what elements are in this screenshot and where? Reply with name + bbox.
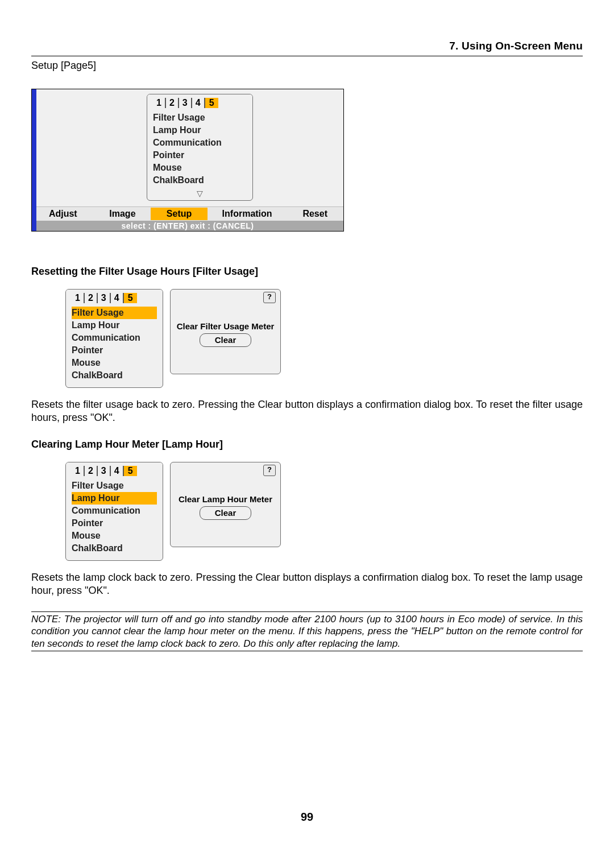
- right-panel-lamp: ? Clear Lamp Hour Meter Clear: [170, 462, 281, 547]
- left-panel: 1 2 3 4 5 Filter Usage Lamp Hour Communi…: [65, 289, 163, 388]
- nav-setup[interactable]: Setup: [151, 208, 208, 220]
- help-icon[interactable]: ?: [263, 292, 276, 303]
- menu-item-filter-usage[interactable]: Filter Usage: [153, 111, 247, 124]
- page-tab-5[interactable]: 5: [124, 293, 137, 303]
- page-tab-2[interactable]: 2: [85, 466, 98, 476]
- setup-menu-figure: 1 2 3 4 5 Filter Usage Lamp Hour Communi…: [31, 89, 344, 232]
- page-tab-5[interactable]: 5: [124, 466, 137, 476]
- nav-image[interactable]: Image: [94, 208, 151, 220]
- page-tab-3[interactable]: 3: [98, 466, 111, 476]
- section-heading-filter: Resetting the Filter Usage Hours [Filter…: [31, 266, 583, 278]
- filter-usage-figure: 1 2 3 4 5 Filter Usage Lamp Hour Communi…: [65, 289, 583, 388]
- lamp-hour-figure: 1 2 3 4 5 Filter Usage Lamp Hour Communi…: [65, 462, 583, 561]
- menu-item-chalkboard[interactable]: ChalkBoard: [72, 542, 157, 555]
- chapter-title: 7. Using On-Screen Menu: [31, 40, 583, 52]
- page-tab-4[interactable]: 4: [111, 293, 124, 303]
- page-tab-2[interactable]: 2: [85, 293, 98, 303]
- page-tabs: 1 2 3 4 5: [147, 94, 252, 109]
- menu-item-pointer[interactable]: Pointer: [72, 517, 157, 530]
- clear-filter-label: Clear Filter Usage Meter: [175, 321, 276, 331]
- menu-item-filter-usage[interactable]: Filter Usage: [72, 480, 157, 492]
- page-number: 99: [31, 811, 583, 824]
- setup-page-label: Setup [Page5]: [31, 60, 583, 72]
- blue-sidebar-accent: [32, 89, 36, 231]
- page-tab-1[interactable]: 1: [72, 293, 85, 303]
- scroll-down-icon[interactable]: ▽: [147, 189, 252, 200]
- section-heading-lamp: Clearing Lamp Hour Meter [Lamp Hour]: [31, 439, 583, 450]
- filter-body-text: Resets the filter usage back to zero. Pr…: [31, 398, 583, 424]
- menu-item-pointer[interactable]: Pointer: [153, 149, 247, 162]
- nav-reset[interactable]: Reset: [287, 208, 343, 220]
- bottom-nav: Adjust Image Setup Information Reset: [32, 206, 343, 221]
- clear-lamp-button[interactable]: Clear: [200, 506, 252, 520]
- menu-item-mouse[interactable]: Mouse: [72, 357, 157, 369]
- nav-information[interactable]: Information: [208, 208, 287, 220]
- right-panel-filter: ? Clear Filter Usage Meter Clear: [170, 289, 281, 374]
- page-tab-4[interactable]: 4: [192, 98, 205, 108]
- menu-item-lamp-hour[interactable]: Lamp Hour: [72, 492, 157, 505]
- footer-hint: select : (ENTER) exit : (CANCEL): [32, 221, 343, 231]
- left-panel-lamp: 1 2 3 4 5 Filter Usage Lamp Hour Communi…: [65, 462, 163, 561]
- clear-lamp-label: Clear Lamp Hour Meter: [175, 494, 276, 504]
- menu-item-filter-usage[interactable]: Filter Usage: [72, 307, 157, 319]
- menu-item-lamp-hour[interactable]: Lamp Hour: [153, 124, 247, 137]
- menu-item-pointer[interactable]: Pointer: [72, 344, 157, 357]
- page-tab-2[interactable]: 2: [166, 98, 179, 108]
- lamp-body-text: Resets the lamp clock back to zero. Pres…: [31, 571, 583, 597]
- menu-item-communication[interactable]: Communication: [72, 505, 157, 517]
- clear-filter-button[interactable]: Clear: [200, 333, 252, 347]
- page-tab-5[interactable]: 5: [205, 98, 218, 108]
- note-text: NOTE: The projector will turn off and go…: [31, 613, 583, 650]
- menu-item-mouse[interactable]: Mouse: [72, 530, 157, 542]
- menu-item-chalkboard[interactable]: ChalkBoard: [72, 369, 157, 382]
- menu-item-mouse[interactable]: Mouse: [153, 162, 247, 174]
- setup-panel: 1 2 3 4 5 Filter Usage Lamp Hour Communi…: [147, 94, 253, 201]
- menu-item-lamp-hour[interactable]: Lamp Hour: [72, 319, 157, 332]
- page-tab-1[interactable]: 1: [153, 98, 166, 108]
- help-icon[interactable]: ?: [263, 465, 276, 476]
- menu-item-communication[interactable]: Communication: [72, 332, 157, 344]
- page-tab-1[interactable]: 1: [72, 466, 85, 476]
- menu-item-chalkboard[interactable]: ChalkBoard: [153, 174, 247, 187]
- page-tab-3[interactable]: 3: [98, 293, 111, 303]
- menu-items: Filter Usage Lamp Hour Communication Poi…: [147, 109, 252, 189]
- page-tab-4[interactable]: 4: [111, 466, 124, 476]
- menu-item-communication[interactable]: Communication: [153, 137, 247, 149]
- nav-adjust[interactable]: Adjust: [32, 208, 94, 220]
- page-tab-3[interactable]: 3: [179, 98, 192, 108]
